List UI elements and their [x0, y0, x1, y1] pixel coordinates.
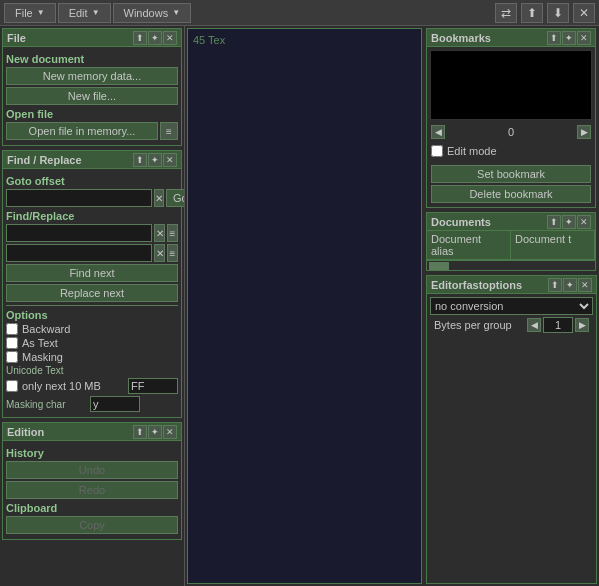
find-replace-body: Goto offset ✕ Goto Find/Replace ✕ ≡ ✕ ≡	[3, 169, 181, 417]
file-panel-btn1[interactable]: ⬆	[133, 31, 147, 45]
editor-btn1[interactable]: ⬆	[548, 278, 562, 292]
edition-close[interactable]: ✕	[163, 425, 177, 439]
unicode-text-label: Unicode Text	[6, 365, 86, 376]
bookmarks-display	[430, 50, 592, 120]
new-memory-btn[interactable]: New memory data...	[6, 67, 178, 85]
file-menu-arrow: ▼	[37, 8, 45, 17]
only-next-label: only next 10 MB	[22, 380, 101, 392]
open-file-icon[interactable]: ≡	[160, 122, 178, 140]
toolbar-icon-2[interactable]: ⬆	[521, 3, 543, 23]
goto-input[interactable]	[6, 189, 152, 207]
bookmarks-btn1[interactable]: ⬆	[547, 31, 561, 45]
find-panel-btn2[interactable]: ✦	[148, 153, 162, 167]
documents-scrollbar[interactable]	[427, 260, 595, 270]
bookmarks-header: Bookmarks ⬆ ✦ ✕	[427, 29, 595, 47]
editor-fast-options-panel: Editorfastoptions ⬆ ✦ ✕ no conversion By…	[426, 275, 597, 584]
replace-stack-icon[interactable]: ≡	[167, 244, 178, 262]
masking-checkbox[interactable]	[6, 351, 18, 363]
masking-byte-input[interactable]	[128, 378, 178, 394]
copy-btn[interactable]: Copy	[6, 516, 178, 534]
goto-btn[interactable]: Goto	[166, 189, 185, 207]
edit-mode-label: Edit mode	[447, 145, 497, 157]
windows-menu[interactable]: Windows ▼	[113, 3, 192, 23]
bytes-value-input[interactable]	[543, 317, 573, 333]
undo-btn[interactable]: Undo	[6, 461, 178, 479]
bytes-nav-left[interactable]: ◀	[527, 318, 541, 332]
masking-byte-row: only next 10 MB	[6, 378, 178, 394]
unicode-row: Unicode Text	[6, 365, 178, 376]
redo-btn[interactable]: Redo	[6, 481, 178, 499]
toolbar-icon-3[interactable]: ⬇	[547, 3, 569, 23]
scrollbar-thumb	[429, 262, 449, 270]
windows-menu-arrow: ▼	[172, 8, 180, 17]
find-replace-header: Find / Replace ⬆ ✦ ✕	[3, 151, 181, 169]
set-bookmark-btn[interactable]: Set bookmark	[431, 165, 591, 183]
file-panel-btn2[interactable]: ✦	[148, 31, 162, 45]
replace-clear-icon[interactable]: ✕	[154, 244, 165, 262]
right-panel: Bookmarks ⬆ ✦ ✕ ◀ 0 ▶ Edit mode Set book…	[424, 26, 599, 586]
file-panel-title: File	[7, 32, 132, 44]
menu-bar: File ▼ Edit ▼ Windows ▼ ⇄ ⬆ ⬇ ✕	[0, 0, 599, 26]
find-next-btn[interactable]: Find next	[6, 264, 178, 282]
masking-byte-checkbox[interactable]	[6, 380, 18, 392]
bookmark-slider-right[interactable]: ▶	[577, 125, 591, 139]
editor-title: Editorfastoptions	[431, 279, 547, 291]
edit-menu-label: Edit	[69, 7, 88, 19]
documents-close[interactable]: ✕	[577, 215, 591, 229]
bookmarks-btn2[interactable]: ✦	[562, 31, 576, 45]
documents-btn1[interactable]: ⬆	[547, 215, 561, 229]
editor-body: no conversion Bytes per group ◀ ▶	[427, 294, 596, 338]
find-replace-label: Find/Replace	[6, 210, 178, 222]
backward-label: Backward	[22, 323, 70, 335]
open-file-label: Open file	[6, 108, 178, 120]
masking-char-input[interactable]	[90, 396, 140, 412]
edit-menu[interactable]: Edit ▼	[58, 3, 111, 23]
type-col-header: Document t	[511, 231, 595, 259]
conversion-select[interactable]: no conversion	[430, 297, 593, 315]
backward-checkbox[interactable]	[6, 323, 18, 335]
toolbar-icons: ⇄ ⬆ ⬇ ✕	[495, 3, 595, 23]
file-menu[interactable]: File ▼	[4, 3, 56, 23]
masking-char-row: Masking char	[6, 396, 178, 412]
editor-header: Editorfastoptions ⬆ ✦ ✕	[427, 276, 596, 294]
find-input[interactable]	[6, 224, 152, 242]
toolbar-icon-1[interactable]: ⇄	[495, 3, 517, 23]
file-menu-label: File	[15, 7, 33, 19]
replace-next-btn[interactable]: Replace next	[6, 284, 178, 302]
bookmarks-title: Bookmarks	[431, 32, 546, 44]
documents-panel: Documents ⬆ ✦ ✕ Document alias Document …	[426, 212, 596, 271]
documents-btn2[interactable]: ✦	[562, 215, 576, 229]
bookmarks-close[interactable]: ✕	[577, 31, 591, 45]
file-panel-close[interactable]: ✕	[163, 31, 177, 45]
file-panel: File ⬆ ✦ ✕ New document New memory data.…	[2, 28, 182, 146]
find-clear-icon[interactable]: ✕	[154, 224, 165, 242]
open-file-row: Open file in memory... ≡	[6, 122, 178, 140]
documents-title: Documents	[431, 216, 546, 228]
delete-bookmark-btn[interactable]: Delete bookmark	[431, 185, 591, 203]
edit-mode-checkbox[interactable]	[431, 145, 443, 157]
replace-input[interactable]	[6, 244, 152, 262]
backward-row: Backward	[6, 323, 178, 335]
find-panel-btn1[interactable]: ⬆	[133, 153, 147, 167]
hex-view[interactable]: 45 Tex	[187, 28, 422, 584]
bookmark-slider-row: ◀ 0 ▶	[427, 123, 595, 141]
as-text-checkbox[interactable]	[6, 337, 18, 349]
bookmark-slider-left[interactable]: ◀	[431, 125, 445, 139]
editor-close[interactable]: ✕	[578, 278, 592, 292]
new-document-label: New document	[6, 53, 178, 65]
bookmarks-panel: Bookmarks ⬆ ✦ ✕ ◀ 0 ▶ Edit mode Set book…	[426, 28, 596, 208]
find-panel-close[interactable]: ✕	[163, 153, 177, 167]
bytes-per-group-label: Bytes per group	[434, 319, 523, 331]
file-panel-body: New document New memory data... New file…	[3, 47, 181, 145]
toolbar-close-icon[interactable]: ✕	[573, 3, 595, 23]
windows-menu-label: Windows	[124, 7, 169, 19]
open-file-btn[interactable]: Open file in memory...	[6, 122, 158, 140]
new-file-btn[interactable]: New file...	[6, 87, 178, 105]
goto-clear-icon[interactable]: ✕	[154, 189, 164, 207]
bytes-nav-right[interactable]: ▶	[575, 318, 589, 332]
edition-btn2[interactable]: ✦	[148, 425, 162, 439]
find-stack-icon[interactable]: ≡	[167, 224, 178, 242]
edition-btn1[interactable]: ⬆	[133, 425, 147, 439]
documents-header: Documents ⬆ ✦ ✕	[427, 213, 595, 231]
editor-btn2[interactable]: ✦	[563, 278, 577, 292]
